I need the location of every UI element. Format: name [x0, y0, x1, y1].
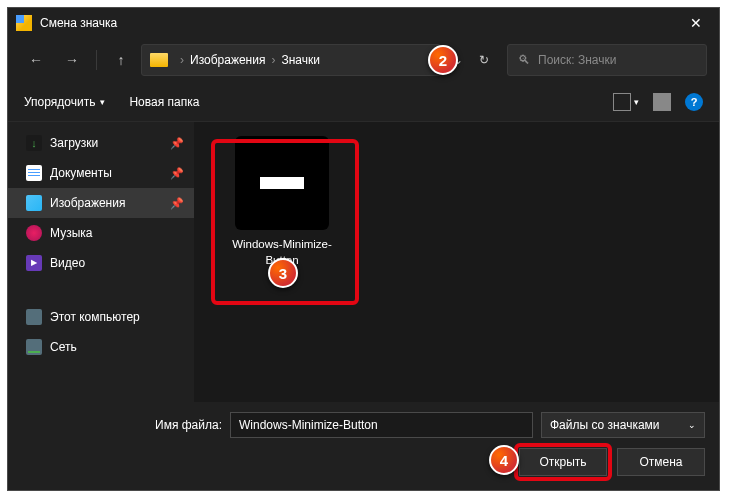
- preview-pane-button[interactable]: [653, 93, 671, 111]
- cancel-button[interactable]: Отмена: [617, 448, 705, 476]
- sidebar-item-downloads[interactable]: Загрузки📌: [8, 128, 194, 158]
- search-placeholder: Поиск: Значки: [538, 53, 616, 67]
- image-icon: [26, 195, 42, 211]
- new-folder-button[interactable]: Новая папка: [129, 95, 199, 109]
- help-icon: ?: [691, 96, 698, 108]
- search-input[interactable]: 🔍︎ Поиск: Значки: [507, 44, 707, 76]
- annotation-marker-2: 2: [428, 45, 458, 75]
- music-icon: [26, 225, 42, 241]
- dialog-footer: Имя файла: Файлы со значками ⌄ 4 Открыть…: [8, 402, 719, 490]
- pc-icon: [26, 309, 42, 325]
- arrow-up-icon: ↑: [118, 52, 125, 68]
- pin-icon: 📌: [170, 137, 184, 150]
- toolbar: Упорядочить ▾ Новая папка ▾ ?: [8, 82, 719, 122]
- sidebar-item-thispc[interactable]: Этот компьютер: [8, 302, 194, 332]
- up-button[interactable]: ↑: [105, 44, 137, 76]
- sidebar-item-video[interactable]: Видео: [8, 248, 194, 278]
- search-icon: 🔍︎: [518, 53, 530, 67]
- arrow-right-icon: →: [65, 52, 79, 68]
- organize-button[interactable]: Упорядочить ▾: [24, 95, 105, 109]
- window-title: Смена значка: [40, 16, 117, 30]
- filetype-filter[interactable]: Файлы со значками ⌄: [541, 412, 705, 438]
- sidebar: Загрузки📌 Документы📌 Изображения📌 Музыка…: [8, 122, 194, 402]
- chevron-down-icon: ▾: [100, 97, 105, 107]
- document-icon: [26, 165, 42, 181]
- annotation-marker-3: 3: [268, 258, 298, 288]
- file-dialog-window: Смена значка ✕ ← → ↑ › Изображения › Зна…: [7, 7, 720, 491]
- arrow-left-icon: ←: [29, 52, 43, 68]
- download-icon: [26, 135, 42, 151]
- sidebar-item-images[interactable]: Изображения📌: [8, 188, 194, 218]
- crumb-images[interactable]: Изображения: [190, 53, 265, 67]
- refresh-button[interactable]: ↻: [479, 53, 489, 67]
- video-icon: [26, 255, 42, 271]
- crumb-icons[interactable]: Значки: [281, 53, 320, 67]
- titlebar: Смена значка ✕: [8, 8, 719, 38]
- filename-label: Имя файла:: [22, 418, 222, 432]
- pin-icon: 📌: [170, 197, 184, 210]
- view-grid-icon: [613, 93, 631, 111]
- annotation-marker-4: 4: [489, 445, 519, 475]
- help-button[interactable]: ?: [685, 93, 703, 111]
- file-list[interactable]: Windows-Minimize-Button 3: [194, 122, 719, 402]
- file-thumbnail: [235, 136, 329, 230]
- sidebar-item-documents[interactable]: Документы📌: [8, 158, 194, 188]
- close-icon: ✕: [690, 15, 702, 31]
- view-mode-button[interactable]: ▾: [613, 93, 639, 111]
- pin-icon: 📌: [170, 167, 184, 180]
- nav-separator: [96, 50, 97, 70]
- filename-input[interactable]: [230, 412, 533, 438]
- close-button[interactable]: ✕: [673, 8, 719, 38]
- back-button[interactable]: ←: [20, 44, 52, 76]
- app-icon: [16, 15, 32, 31]
- chevron-right-icon: ›: [180, 53, 184, 67]
- sidebar-item-music[interactable]: Музыка: [8, 218, 194, 248]
- refresh-area: ⌄ ↻: [453, 53, 489, 67]
- minimize-icon: [260, 177, 304, 189]
- folder-icon: [150, 53, 168, 67]
- forward-button[interactable]: →: [56, 44, 88, 76]
- chevron-right-icon: ›: [271, 53, 275, 67]
- breadcrumb[interactable]: › Изображения › Значки 2: [141, 44, 441, 76]
- network-icon: [26, 339, 42, 355]
- file-item[interactable]: Windows-Minimize-Button: [222, 136, 342, 268]
- dialog-body: Загрузки📌 Документы📌 Изображения📌 Музыка…: [8, 122, 719, 402]
- chevron-down-icon: ⌄: [688, 420, 696, 430]
- sidebar-item-network[interactable]: Сеть: [8, 332, 194, 362]
- open-button[interactable]: Открыть: [519, 448, 607, 476]
- chevron-down-icon: ▾: [634, 97, 639, 107]
- navigation-bar: ← → ↑ › Изображения › Значки 2 ⌄ ↻ 🔍︎ По…: [8, 38, 719, 82]
